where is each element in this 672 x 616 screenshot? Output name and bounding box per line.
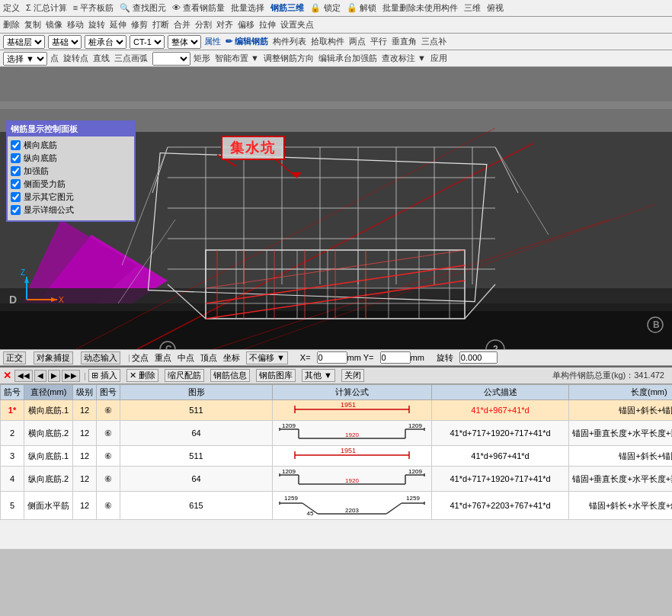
- btn-other[interactable]: 其他 ▼: [302, 369, 335, 382]
- btn-three-point[interactable]: 三点补: [421, 36, 446, 47]
- menu-top-view[interactable]: 俯视: [487, 2, 504, 14]
- snap-coord[interactable]: 坐标: [223, 352, 240, 364]
- btn-line[interactable]: 直线: [93, 53, 110, 64]
- btn-trim[interactable]: 修剪: [131, 19, 148, 30]
- btn-delete[interactable]: 删除: [3, 19, 20, 30]
- btn-properties[interactable]: 属性: [204, 36, 221, 47]
- cb-horizontal-rebar[interactable]: 横向底筋: [11, 140, 131, 151]
- toolbar-row4: 选择 ▼ 点 旋转点 直线 三点画弧 矩形 智能布置 ▼ 调整钢筋方向 编辑承台…: [0, 50, 672, 67]
- cell-id: 5: [1, 492, 24, 520]
- btn-copy[interactable]: 复制: [24, 19, 41, 30]
- cb-show-other[interactable]: 显示其它图元: [11, 191, 131, 203]
- dynamic-input[interactable]: 动态输入: [81, 351, 120, 364]
- snap-midpoint[interactable]: 中点: [178, 352, 194, 364]
- offset-select[interactable]: 不偏移 ▼: [246, 351, 288, 364]
- btn-split[interactable]: 分割: [195, 19, 212, 30]
- btn-arc[interactable]: 三点画弧: [114, 53, 148, 64]
- col-header-length: 长度(mm): [569, 385, 673, 400]
- btn-check-mark[interactable]: 查改标注 ▼: [382, 53, 426, 64]
- cb-show-formula[interactable]: 显示详细公式: [11, 204, 131, 216]
- x-input[interactable]: [317, 351, 347, 364]
- cell-figure: 1259 2203 1259 45: [273, 492, 432, 520]
- menu-view-rebar[interactable]: 👁 查看钢筋量: [172, 2, 225, 14]
- btn-mirror[interactable]: 镜像: [46, 19, 62, 30]
- mode-ortho[interactable]: 正交: [3, 351, 26, 364]
- svg-text:1259: 1259: [406, 495, 420, 502]
- btn-rotate-point[interactable]: 旋转点: [63, 53, 88, 64]
- snap-vertex[interactable]: 顶点: [200, 352, 217, 364]
- btn-align[interactable]: 对齐: [216, 19, 233, 30]
- cb-vertical-rebar[interactable]: 纵向底筋: [11, 152, 131, 164]
- y-input[interactable]: [380, 351, 411, 364]
- layer-select[interactable]: 基础层: [3, 35, 45, 49]
- nav-first[interactable]: ◀◀: [14, 370, 33, 382]
- whole-select[interactable]: 整体: [168, 35, 201, 49]
- btn-rebar-info[interactable]: 钢筋信息: [210, 369, 250, 382]
- table-row[interactable]: 3 纵向底筋.1 12 ⑥ 511 1951 41*d+967+41*d: [1, 446, 673, 467]
- btn-merge[interactable]: 合并: [174, 19, 190, 30]
- btn-stretch[interactable]: 拉伸: [259, 19, 276, 30]
- rotate-input[interactable]: [459, 351, 498, 364]
- table-row[interactable]: 1* 横向底筋.1 12 ⑥ 511 1951 41*d+967+41*d: [1, 400, 673, 421]
- btn-vertical-angle[interactable]: 垂直角: [392, 36, 417, 47]
- menu-summary[interactable]: Σ 汇总计算: [26, 2, 67, 14]
- btn-apply[interactable]: 应用: [430, 53, 447, 64]
- cell-formula: 41*d+967+41*d: [432, 400, 569, 421]
- btn-offset[interactable]: 偏移: [238, 19, 254, 30]
- btn-point[interactable]: 点: [50, 53, 59, 64]
- cb-side-rebar[interactable]: 侧面受力筋: [11, 178, 131, 190]
- btn-extend[interactable]: 延伸: [110, 19, 126, 30]
- btn-pick-member[interactable]: 拾取构件: [311, 36, 344, 47]
- cell-diameter: 12: [73, 492, 97, 520]
- snap-endpoint[interactable]: 重点: [155, 352, 171, 364]
- cb-strengthen-rebar[interactable]: 加强筋: [11, 165, 131, 177]
- table-row[interactable]: 5 侧面水平筋 12 ⑥ 615: [1, 492, 673, 520]
- btn-grip[interactable]: 设置夹点: [280, 19, 314, 30]
- btn-rect[interactable]: 矩形: [194, 53, 210, 64]
- btn-scale-rebar[interactable]: 缩尺配筋: [165, 369, 204, 382]
- btn-smart-place[interactable]: 智能布置 ▼: [215, 53, 259, 64]
- btn-adjust-dir[interactable]: 调整钢筋方向: [264, 53, 314, 64]
- cell-diameter: 12: [73, 400, 97, 421]
- btn-rebar-lib[interactable]: 钢筋图库: [256, 369, 296, 382]
- arc-select[interactable]: [152, 52, 190, 66]
- btn-close-panel[interactable]: 关闭: [341, 369, 364, 382]
- nav-next[interactable]: ▶: [48, 370, 60, 382]
- btn-break[interactable]: 打断: [152, 19, 169, 30]
- menu-find[interactable]: 🔍 查找图元: [120, 2, 166, 14]
- close-x[interactable]: ✕: [3, 370, 11, 381]
- menu-unlock[interactable]: 🔓 解锁: [347, 2, 376, 14]
- cell-id: 3: [1, 446, 24, 467]
- nav-prev[interactable]: ◀: [34, 370, 46, 382]
- table-row[interactable]: 4 纵向底筋.2 12 ⑥ 64: [1, 467, 673, 492]
- col-header-id: 筋号: [1, 385, 24, 400]
- snap-intersection[interactable]: 交点: [132, 352, 149, 364]
- table-scroll[interactable]: 筋号 直径(mm) 级别 图号 图形 计算公式 公式描述 长度(mm) 根数 1…: [0, 384, 672, 537]
- menu-flatten[interactable]: ≡ 平齐板筋: [73, 2, 114, 14]
- btn-member-list[interactable]: 构件列表: [273, 36, 306, 47]
- btn-insert[interactable]: ⊞ 插入: [88, 369, 120, 382]
- viewport-3d[interactable]: C B 2 D Z X 集水坑 钢筋显示控制面板 横向底筋 纵向底筋 加强筋 侧…: [0, 67, 672, 349]
- mode-select[interactable]: 选择 ▼: [3, 52, 47, 66]
- menu-lock[interactable]: 🔒 锁定: [310, 2, 340, 14]
- base-select[interactable]: 基础: [48, 35, 82, 49]
- btn-edit-cap[interactable]: 编辑承台加强筋: [318, 53, 377, 64]
- pile-select[interactable]: 桩承台: [85, 35, 126, 49]
- btn-edit-rebar[interactable]: ✏ 编辑钢筋: [226, 36, 268, 47]
- nav-last[interactable]: ▶▶: [62, 370, 80, 382]
- menu-define[interactable]: 定义: [3, 2, 20, 14]
- menu-batch-delete[interactable]: 批量删除未使用构件: [382, 2, 458, 14]
- svg-text:1951: 1951: [341, 401, 356, 409]
- cell-id: 4: [1, 467, 24, 492]
- btn-move[interactable]: 移动: [67, 19, 84, 30]
- btn-table-delete[interactable]: ✕ 删除: [126, 369, 158, 382]
- menu-batch-select[interactable]: 批量选择: [231, 2, 264, 14]
- menu-3d[interactable]: 三维: [464, 2, 481, 14]
- menu-rebar3d[interactable]: 钢筋三维: [270, 2, 304, 14]
- btn-two-points[interactable]: 两点: [349, 36, 366, 47]
- table-row[interactable]: 2 横向底筋.2 12 ⑥ 64: [1, 421, 673, 446]
- btn-parallel[interactable]: 平行: [370, 36, 387, 47]
- snap-object[interactable]: 对象捕捉: [34, 351, 73, 364]
- btn-rotate[interactable]: 旋转: [88, 19, 105, 30]
- ct-select[interactable]: CT-1: [130, 35, 165, 49]
